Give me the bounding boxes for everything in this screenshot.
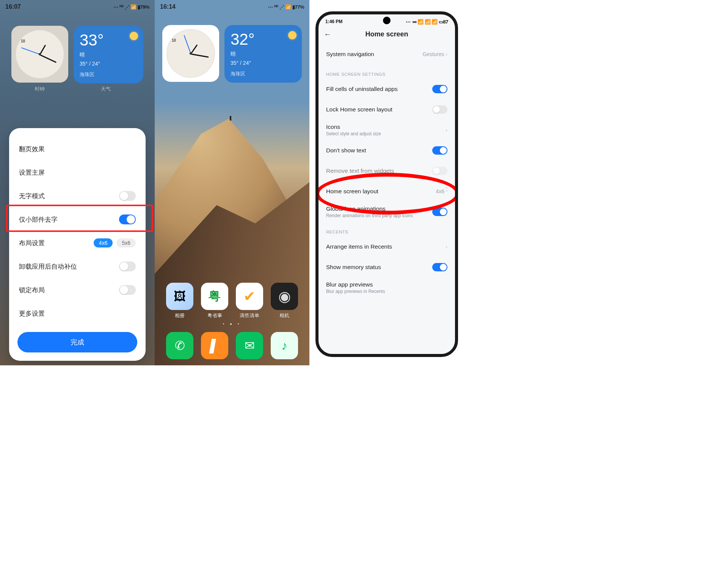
nav-label: System navigation: [326, 51, 374, 58]
anim-label: Global icon animations: [326, 205, 413, 212]
status-right-icons: ⋯ ⫘ 📶 📶 📶 ▭87: [406, 19, 448, 25]
row-lock-layout-label: 锁定布局: [19, 286, 45, 294]
toggle-fill-cells[interactable]: [432, 85, 447, 93]
chevron-right-icon: ›: [446, 127, 447, 133]
weather-location: 海珠区: [231, 70, 296, 77]
dock-wechat-icon[interactable]: [236, 332, 263, 359]
clock-widget[interactable]: 10: [162, 25, 219, 82]
weather-range: 35° / 24°: [231, 60, 296, 66]
status-right-icons: ⋯ ᴴᴰ ⋰ 📶 ▮79%: [113, 4, 149, 10]
memory-label: Show memory status: [326, 264, 381, 271]
weather-widget[interactable]: 32° 晴 35° / 24° 海珠区: [224, 25, 302, 83]
row-no-text-label: 无字模式: [19, 192, 45, 200]
row-more-settings[interactable]: 更多设置: [9, 302, 146, 325]
weather-location: 海珠区: [80, 71, 137, 78]
row-arrange-recents[interactable]: Arrange items in Recents ›: [318, 236, 455, 257]
clock-face: 10: [16, 30, 64, 78]
app-yueshengshi[interactable]: 粤省事: [201, 283, 228, 319]
section-recents: RECENTS: [318, 222, 455, 236]
dock-phone-icon[interactable]: [166, 332, 193, 359]
row-icons[interactable]: Icons Select style and adjust size ›: [318, 120, 455, 140]
hour-hand: [39, 45, 46, 55]
page-title: Home screen: [365, 30, 408, 38]
settings-header: ← Home screen: [318, 26, 455, 42]
page-indicator: • ● •: [155, 322, 309, 326]
minute-hand: [191, 53, 209, 58]
toggle-lock-layout[interactable]: [119, 285, 136, 295]
row-no-text-mode[interactable]: 无字模式: [9, 184, 146, 208]
toggle-show-memory[interactable]: [432, 263, 447, 271]
weather-condition: 晴: [231, 51, 296, 58]
sun-icon: [130, 32, 138, 40]
row-lock-layout[interactable]: 锁定布局: [9, 278, 146, 302]
row-home-screen-layout[interactable]: Home screen layout 4x6 ˆˇ: [318, 181, 455, 202]
toggle-no-text[interactable]: [119, 191, 136, 201]
clock-widget[interactable]: 10: [11, 26, 68, 83]
home-layout-label: Home screen layout: [326, 188, 378, 195]
chip-5x6[interactable]: 5x6: [116, 238, 136, 247]
toggle-autofill[interactable]: [119, 261, 136, 271]
row-layout-label: 布局设置: [19, 239, 45, 247]
toggle-widgets-only-no-text[interactable]: [119, 214, 136, 224]
row-layout[interactable]: 布局设置 4x6 5x6: [9, 231, 146, 255]
home-settings-sheet: 翻页效果 设置主屏 无字模式 仅小部件去字 布局设置 4x6 5x6 卸载应用后…: [9, 128, 146, 361]
toggle-remove-widget-text[interactable]: [432, 167, 447, 175]
status-bar: 16:14 ⋯ ᴴᴰ ⋰ 📶 ▮77%: [155, 0, 309, 11]
status-right-icons: ⋯ ᴴᴰ ⋰ 📶 ▮77%: [268, 4, 304, 10]
blur-label: Blur app previews: [326, 281, 385, 288]
row-global-icon-animations[interactable]: Global icon animations Render animations…: [318, 202, 455, 222]
row-lock-home-layout[interactable]: Lock Home screen layout: [318, 99, 455, 120]
status-time: 16:14: [160, 3, 176, 10]
gallery-label: 相册: [175, 312, 185, 319]
row-fill-cells[interactable]: Fill cells of uninstalled apps: [318, 79, 455, 99]
row-autofill[interactable]: 卸载应用后自动补位: [9, 255, 146, 278]
second-hand: [184, 35, 191, 54]
weather-temp: 33°: [80, 31, 137, 49]
home-layout-value: 4x6 ˆˇ: [436, 188, 447, 194]
weather-widget[interactable]: 33° 晴 35° / 24° 海珠区: [74, 26, 143, 83]
lock-layout-label: Lock Home screen layout: [326, 106, 392, 113]
dock-messages-icon[interactable]: [201, 332, 228, 359]
toggle-global-icon-animations[interactable]: [432, 208, 447, 216]
app-gallery[interactable]: 相册: [166, 283, 193, 319]
sun-icon: [288, 31, 297, 39]
layout-chipset: 4x6 5x6: [94, 238, 136, 247]
done-button[interactable]: 完成: [17, 332, 137, 352]
dont-show-text-label: Don't show text: [326, 147, 366, 154]
weather-range: 35° / 24°: [80, 61, 137, 67]
wallpaper-person: [230, 116, 231, 121]
ticktick-label: 滴答清单: [240, 312, 259, 319]
app-camera[interactable]: 相机: [271, 283, 298, 319]
icons-sub: Select style and adjust size: [326, 131, 381, 136]
back-arrow-icon[interactable]: ←: [324, 30, 331, 39]
row-show-memory-status[interactable]: Show memory status: [318, 257, 455, 277]
row-set-home[interactable]: 设置主屏: [9, 161, 146, 184]
dock-music-icon[interactable]: [271, 332, 298, 359]
second-hand: [21, 47, 40, 55]
yue-label: 粤省事: [207, 312, 222, 319]
row-widgets-only-label: 仅小部件去字: [19, 215, 58, 224]
row-widgets-only-no-text[interactable]: 仅小部件去字: [9, 208, 146, 231]
row-transition[interactable]: 翻页效果: [9, 137, 146, 161]
nav-value: Gestures ›: [423, 51, 447, 57]
row-remove-text-from-widgets[interactable]: Remove text from widgets: [318, 161, 455, 181]
dock: [155, 332, 309, 359]
row-dont-show-text[interactable]: Don't show text: [318, 140, 455, 161]
app-ticktick[interactable]: 滴答清单: [236, 283, 263, 319]
clock-face: 10: [166, 29, 215, 78]
minute-hand: [39, 54, 56, 63]
updown-icon: ˆˇ: [446, 188, 447, 194]
row-autofill-label: 卸载应用后自动补位: [19, 262, 77, 271]
status-time: 1:46 PM: [325, 19, 342, 24]
fill-cells-label: Fill cells of uninstalled apps: [326, 86, 398, 92]
toggle-lock-home-layout[interactable]: [432, 105, 447, 114]
anim-sub: Render animations on third party app ico…: [326, 213, 413, 218]
phone-1-launcher-edit: 16:07 ⋯ ᴴᴰ ⋰ 📶 ▮79% 10 33° 晴 35° / 24° 海…: [0, 0, 155, 365]
toggle-dont-show-text[interactable]: [432, 146, 447, 155]
clock-tick-10: 10: [172, 38, 176, 42]
status-bar: 16:07 ⋯ ᴴᴰ ⋰ 📶 ▮79%: [0, 0, 155, 11]
status-time: 16:07: [5, 3, 21, 10]
chip-4x6[interactable]: 4x6: [94, 238, 113, 247]
row-system-navigation[interactable]: System navigation Gestures ›: [318, 44, 455, 64]
row-blur-previews[interactable]: Blur app previews Blur app previews in R…: [318, 277, 455, 298]
